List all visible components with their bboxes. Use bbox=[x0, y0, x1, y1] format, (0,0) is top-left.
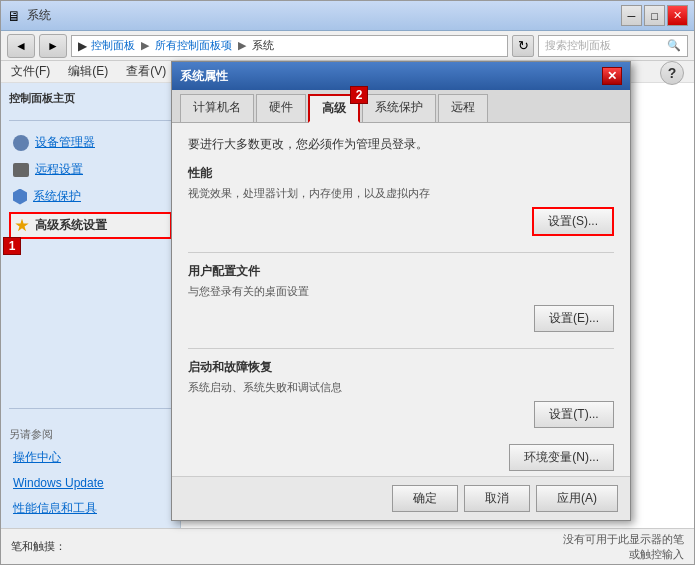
breadcrumb-sep1: ▶ bbox=[141, 39, 149, 51]
tab-system-protection[interactable]: 系统保护 bbox=[362, 94, 436, 122]
minimize-button[interactable]: ─ bbox=[621, 5, 642, 26]
help-button[interactable]: ? bbox=[660, 61, 684, 85]
bottom-bar-label: 笔和触摸： bbox=[11, 540, 66, 552]
performance-section: 性能 视觉效果，处理器计划，内存使用，以及虚拟内存 设置(S)... bbox=[188, 165, 614, 236]
close-button[interactable]: ✕ bbox=[667, 5, 688, 26]
menu-view[interactable]: 查看(V) bbox=[122, 61, 170, 82]
modal-title-bar: 系统属性 ✕ bbox=[172, 62, 630, 90]
breadcrumb-icon: ▶ bbox=[78, 39, 87, 53]
breadcrumb-allitems[interactable]: 所有控制面板项 bbox=[155, 39, 232, 51]
startup-recovery-title: 启动和故障恢复 bbox=[188, 359, 614, 376]
sidebar-performance-info-label: 性能信息和工具 bbox=[13, 500, 97, 517]
window-icon: 🖥 bbox=[7, 8, 21, 24]
modal-title: 系统属性 bbox=[180, 68, 228, 85]
sidebar-performance-info[interactable]: 性能信息和工具 bbox=[9, 497, 172, 520]
ok-button[interactable]: 确定 bbox=[392, 485, 458, 512]
user-profiles-btn-row: 设置(E)... bbox=[188, 305, 614, 332]
sidebar-spacer bbox=[9, 243, 172, 398]
tab-computer-name[interactable]: 计算机名 bbox=[180, 94, 254, 122]
sidebar-windows-update-label: Windows Update bbox=[13, 476, 104, 490]
sidebar-main-title: 控制面板主页 bbox=[9, 91, 172, 106]
user-profiles-title: 用户配置文件 bbox=[188, 263, 614, 280]
modal-description: 要进行大多数更改，您必须作为管理员登录。 bbox=[188, 135, 614, 153]
breadcrumb-system: 系统 bbox=[252, 39, 274, 51]
window-title: 系统 bbox=[27, 7, 51, 24]
user-profiles-settings-button[interactable]: 设置(E)... bbox=[534, 305, 614, 332]
bottom-bar-left: 笔和触摸： bbox=[11, 539, 563, 554]
startup-recovery-desc: 系统启动、系统失败和调试信息 bbox=[188, 380, 614, 395]
section-divider-2 bbox=[188, 348, 614, 349]
monitor-icon bbox=[13, 163, 29, 177]
bottom-bar-right: 没有可用于此显示器的笔或触控输入 bbox=[563, 532, 684, 562]
menu-file[interactable]: 文件(F) bbox=[7, 61, 54, 82]
env-vars-row: 环境变量(N)... bbox=[188, 444, 614, 471]
breadcrumb-controlpanel[interactable]: 控制面板 bbox=[91, 39, 135, 51]
sidebar: 控制面板主页 设备管理器 远程设置 系统保护 高级系统设置 1 bbox=[1, 83, 181, 528]
env-vars-button[interactable]: 环境变量(N)... bbox=[509, 444, 614, 471]
menu-edit[interactable]: 编辑(E) bbox=[64, 61, 112, 82]
sidebar-item-device-manager[interactable]: 设备管理器 bbox=[9, 131, 172, 154]
sidebar-action-center-label: 操作中心 bbox=[13, 449, 61, 466]
modal-footer: 确定 取消 应用(A) bbox=[172, 476, 630, 520]
sidebar-separator bbox=[9, 120, 172, 121]
main-window: 🖥 系统 ─ □ ✕ ◄ ► ▶ 控制面板 ▶ 所有控制面板项 ▶ 系统 ↻ 搜… bbox=[0, 0, 695, 565]
performance-btn-row: 设置(S)... bbox=[188, 207, 614, 236]
star-icon bbox=[15, 219, 29, 233]
refresh-button[interactable]: ↻ bbox=[512, 35, 534, 57]
title-bar: 🖥 系统 ─ □ ✕ bbox=[1, 1, 694, 31]
tab-remote[interactable]: 远程 bbox=[438, 94, 488, 122]
tab-bar: 计算机名 硬件 高级 2 系统保护 远程 bbox=[172, 90, 630, 123]
badge-2: 2 bbox=[350, 86, 368, 104]
sidebar-item-remote-settings[interactable]: 远程设置 bbox=[9, 158, 172, 181]
sidebar-separator-2 bbox=[9, 408, 172, 409]
tab-advanced[interactable]: 高级 2 bbox=[308, 94, 360, 123]
sidebar-item-advanced-system[interactable]: 高级系统设置 1 bbox=[9, 212, 172, 239]
maximize-button[interactable]: □ bbox=[644, 5, 665, 26]
cancel-button[interactable]: 取消 bbox=[464, 485, 530, 512]
sidebar-also-label: 另请参阅 bbox=[9, 427, 172, 442]
bottom-bar: 笔和触摸： 没有可用于此显示器的笔或触控输入 bbox=[1, 528, 694, 564]
modal-close-button[interactable]: ✕ bbox=[602, 67, 622, 85]
address-bar: ◄ ► ▶ 控制面板 ▶ 所有控制面板项 ▶ 系统 ↻ 搜索控制面板 🔍 bbox=[1, 31, 694, 61]
search-box[interactable]: 搜索控制面板 🔍 bbox=[538, 35, 688, 57]
sidebar-item-system-protection[interactable]: 系统保护 bbox=[9, 185, 172, 208]
startup-recovery-btn-row: 设置(T)... bbox=[188, 401, 614, 428]
breadcrumb-sep2: ▶ bbox=[238, 39, 246, 51]
apply-button[interactable]: 应用(A) bbox=[536, 485, 618, 512]
user-profiles-desc: 与您登录有关的桌面设置 bbox=[188, 284, 614, 299]
shield-icon bbox=[13, 189, 27, 205]
tab-hardware[interactable]: 硬件 bbox=[256, 94, 306, 122]
back-button[interactable]: ◄ bbox=[7, 34, 35, 58]
system-properties-dialog: 系统属性 ✕ 计算机名 硬件 高级 2 系统保护 远程 要进行大多数更改，您必须… bbox=[171, 61, 631, 521]
search-placeholder: 搜索控制面板 bbox=[545, 38, 611, 53]
badge-1: 1 bbox=[3, 237, 21, 255]
gear-icon bbox=[13, 135, 29, 151]
tab-advanced-label: 高级 bbox=[322, 101, 346, 115]
breadcrumb-text: 控制面板 ▶ 所有控制面板项 ▶ 系统 bbox=[91, 38, 274, 53]
performance-title: 性能 bbox=[188, 165, 614, 182]
title-bar-buttons: ─ □ ✕ bbox=[621, 5, 688, 26]
sidebar-remote-settings-label: 远程设置 bbox=[35, 161, 83, 178]
breadcrumb: ▶ 控制面板 ▶ 所有控制面板项 ▶ 系统 bbox=[71, 35, 508, 57]
forward-button[interactable]: ► bbox=[39, 34, 67, 58]
user-profiles-section: 用户配置文件 与您登录有关的桌面设置 设置(E)... bbox=[188, 263, 614, 332]
performance-desc: 视觉效果，处理器计划，内存使用，以及虚拟内存 bbox=[188, 186, 614, 201]
search-icon: 🔍 bbox=[667, 39, 681, 52]
startup-recovery-section: 启动和故障恢复 系统启动、系统失败和调试信息 设置(T)... bbox=[188, 359, 614, 428]
startup-recovery-settings-button[interactable]: 设置(T)... bbox=[534, 401, 614, 428]
sidebar-system-protection-label: 系统保护 bbox=[33, 188, 81, 205]
performance-settings-button[interactable]: 设置(S)... bbox=[532, 207, 614, 236]
sidebar-device-manager-label: 设备管理器 bbox=[35, 134, 95, 151]
sidebar-action-center[interactable]: 操作中心 bbox=[9, 446, 172, 469]
section-divider-1 bbox=[188, 252, 614, 253]
sidebar-windows-update[interactable]: Windows Update bbox=[9, 473, 172, 493]
modal-content: 要进行大多数更改，您必须作为管理员登录。 性能 视觉效果，处理器计划，内存使用，… bbox=[172, 123, 630, 476]
sidebar-advanced-system-label: 高级系统设置 bbox=[35, 217, 107, 234]
